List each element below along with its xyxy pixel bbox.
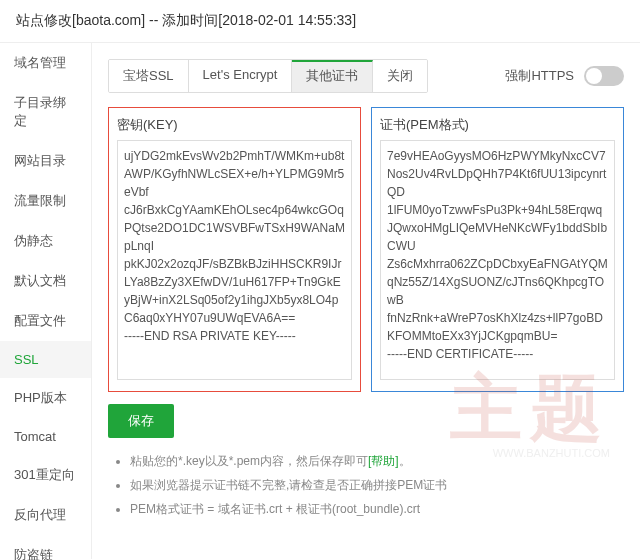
pem-textarea[interactable] [380, 140, 615, 380]
sidebar: 域名管理 子目录绑定 网站目录 流量限制 伪静态 默认文档 配置文件 SSL P… [0, 43, 92, 559]
sidebar-item-301[interactable]: 301重定向 [0, 455, 91, 495]
key-box: 密钥(KEY) [108, 107, 361, 392]
tab-baota-ssl[interactable]: 宝塔SSL [109, 60, 189, 92]
container: 域名管理 子目录绑定 网站目录 流量限制 伪静态 默认文档 配置文件 SSL P… [0, 43, 640, 559]
key-textarea[interactable] [117, 140, 352, 380]
sidebar-item-defaultdoc[interactable]: 默认文档 [0, 261, 91, 301]
sidebar-item-php[interactable]: PHP版本 [0, 378, 91, 418]
force-https-switch[interactable] [584, 66, 624, 86]
sidebar-item-subdir[interactable]: 子目录绑定 [0, 83, 91, 141]
main-panel: 宝塔SSL Let's Encrypt 其他证书 关闭 强制HTTPS 密钥(K… [92, 43, 640, 559]
sidebar-item-rewrite[interactable]: 伪静态 [0, 221, 91, 261]
force-https-label: 强制HTTPS [505, 67, 574, 85]
help-link[interactable]: [帮助] [368, 454, 399, 468]
cert-row: 密钥(KEY) 证书(PEM格式) [108, 107, 624, 392]
tab-lets-encrypt[interactable]: Let's Encrypt [189, 60, 293, 92]
sidebar-item-proxy[interactable]: 反向代理 [0, 495, 91, 535]
tips-list: 粘贴您的*.key以及*.pem内容，然后保存即可[帮助]。 如果浏览器提示证书… [108, 452, 624, 518]
save-button[interactable]: 保存 [108, 404, 174, 438]
tip-2: 如果浏览器提示证书链不完整,请检查是否正确拼接PEM证书 [130, 476, 624, 494]
tip-3: PEM格式证书 = 域名证书.crt + 根证书(root_bundle).cr… [130, 500, 624, 518]
sidebar-item-ssl[interactable]: SSL [0, 341, 91, 378]
tip-1: 粘贴您的*.key以及*.pem内容，然后保存即可[帮助]。 [130, 452, 624, 470]
sidebar-item-traffic[interactable]: 流量限制 [0, 181, 91, 221]
force-https: 强制HTTPS [505, 66, 624, 86]
sidebar-item-tomcat[interactable]: Tomcat [0, 418, 91, 455]
sidebar-item-config[interactable]: 配置文件 [0, 301, 91, 341]
sidebar-item-hotlink[interactable]: 防盗链 [0, 535, 91, 560]
tab-other-cert[interactable]: 其他证书 [292, 60, 373, 92]
pem-label: 证书(PEM格式) [380, 116, 615, 134]
sidebar-item-webdir[interactable]: 网站目录 [0, 141, 91, 181]
sidebar-item-domain[interactable]: 域名管理 [0, 43, 91, 83]
key-label: 密钥(KEY) [117, 116, 352, 134]
tab-close[interactable]: 关闭 [373, 60, 427, 92]
pem-box: 证书(PEM格式) [371, 107, 624, 392]
window-title: 站点修改[baota.com] -- 添加时间[2018-02-01 14:55… [0, 0, 640, 43]
tabs-row: 宝塔SSL Let's Encrypt 其他证书 关闭 强制HTTPS [108, 59, 624, 93]
tabs: 宝塔SSL Let's Encrypt 其他证书 关闭 [108, 59, 428, 93]
